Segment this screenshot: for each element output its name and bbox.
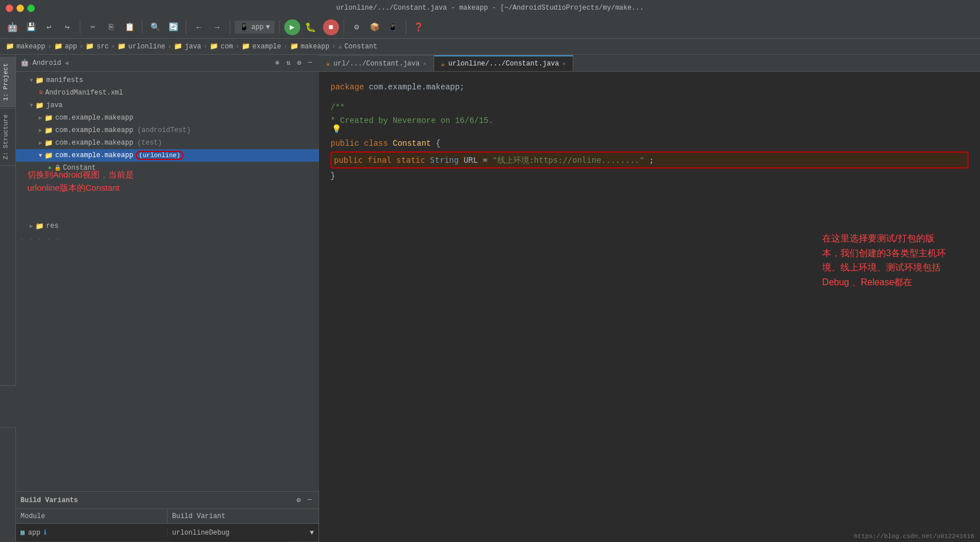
debug-button[interactable]: 🐛: [303, 19, 318, 35]
tab-close-2[interactable]: ✕: [562, 60, 566, 67]
module-icon: 📱: [239, 22, 249, 32]
toolbar-separator-4: [230, 20, 230, 34]
tree-item-manifests[interactable]: ▼ 📁 manifests: [16, 74, 319, 87]
android-panel-icon: 🤖: [21, 59, 29, 67]
tree-item-package-urlonline[interactable]: ▼ 📁 com.example.makeapp (urlonline): [16, 149, 319, 162]
forward-icon: →: [215, 23, 219, 32]
breadcrumb-app[interactable]: app: [65, 43, 77, 51]
breadcrumb-sep-2: ›: [79, 43, 83, 51]
breadcrumb-constant[interactable]: Constant: [345, 43, 378, 51]
toolbar-separator-1: [80, 20, 80, 34]
avd-button[interactable]: 📱: [385, 19, 401, 35]
traffic-lights: [6, 5, 35, 12]
tab-close-1[interactable]: ✕: [423, 60, 426, 67]
replace-icon: 🔄: [169, 22, 178, 32]
folder-icon-res: 📁: [35, 222, 44, 231]
breadcrumb-com[interactable]: com: [220, 43, 233, 51]
back-button[interactable]: ←: [191, 19, 207, 35]
csdn-url: https://blog.csdn.net/u012241616: [854, 533, 974, 540]
paste-button[interactable]: 📋: [121, 19, 137, 35]
cut-button[interactable]: ✂: [85, 19, 101, 35]
info-icon[interactable]: ℹ: [44, 528, 47, 537]
tree-item-package-main[interactable]: ▶ 📁 com.example.makeapp: [16, 112, 319, 124]
sort-button[interactable]: ⇅: [284, 58, 292, 68]
main-area: 1: Project Z: Structure Captures 🤖 Andro…: [0, 55, 980, 542]
bv-close-button[interactable]: —: [305, 495, 314, 506]
drag-indicator: • • • • •: [16, 232, 319, 245]
structure-tab[interactable]: Z: Structure: [0, 108, 15, 166]
bv-header: Build Variants ⚙ —: [16, 492, 318, 509]
breadcrumb-example[interactable]: example: [252, 43, 281, 51]
tree-item-res[interactable]: ▶ 📁 res: [16, 220, 319, 232]
panel-title-text: Android: [32, 59, 61, 67]
help-icon: ❓: [414, 22, 423, 32]
run-button[interactable]: ▶: [284, 19, 300, 35]
stop-button[interactable]: ■: [323, 19, 339, 35]
editor-tabs: ☕ url/.../Constant.java ✕ ☕ urlonline/..…: [319, 55, 980, 72]
find-button[interactable]: 🔍: [147, 19, 163, 35]
breadcrumb-makeapp2[interactable]: makeapp: [301, 43, 329, 51]
sidebar-wrapper: 1: Project Z: Structure Captures 🤖 Andro…: [0, 55, 319, 542]
breadcrumb: 📁 makeapp › 📁 app › 📁 src › 📁 urlonline …: [0, 39, 980, 55]
redo-button[interactable]: ↪: [59, 19, 75, 35]
tree-item-java[interactable]: ▼ 📁 java: [16, 99, 319, 112]
find-icon: 🔍: [150, 22, 160, 32]
tree-item-package-test[interactable]: ▶ 📁 com.example.makeapp (test): [16, 137, 319, 149]
bv-cell-variant[interactable]: urlonlineDebug ▼: [168, 529, 318, 537]
close-button[interactable]: [6, 5, 13, 12]
breadcrumb-sep-4: ›: [168, 43, 172, 51]
sync-button[interactable]: ⊕: [273, 58, 281, 68]
save-icon: 💾: [26, 22, 36, 32]
tree-item-package-androidtest[interactable]: ▶ 📁 com.example.makeapp (androidTest): [16, 124, 319, 137]
tree-label-java: java: [46, 101, 63, 109]
code-line-url: public final static String URL = "线上环境:h…: [330, 151, 969, 169]
panel-nav-left[interactable]: ◀: [64, 59, 68, 67]
forward-button[interactable]: →: [209, 19, 225, 35]
fullscreen-button[interactable]: [27, 5, 35, 12]
copy-button[interactable]: ⎘: [103, 19, 119, 35]
run-icon: ▶: [290, 22, 295, 32]
replace-button[interactable]: 🔄: [165, 19, 181, 35]
bv-table-header: Module Build Variant: [16, 509, 318, 524]
save-button[interactable]: 💾: [23, 19, 39, 35]
toolbar-separator-2: [142, 20, 142, 34]
tab-label-1: url/.../Constant.java: [333, 60, 419, 68]
tab-urlonline-constant[interactable]: ☕ urlonline/.../Constant.java ✕: [434, 55, 574, 71]
expand-icon-androidtest: ▶: [39, 127, 42, 134]
module-name: app: [28, 529, 40, 537]
breadcrumb-makeapp[interactable]: makeapp: [17, 43, 45, 51]
breadcrumb-java[interactable]: java: [185, 43, 201, 51]
tab-url-constant[interactable]: ☕ url/.../Constant.java ✕: [319, 55, 434, 71]
breadcrumb-sep-8: ›: [332, 43, 336, 51]
undo-button[interactable]: ↩: [41, 19, 57, 35]
project-tab[interactable]: 1: Project: [0, 57, 15, 107]
code-line-comment1: /**: [330, 101, 969, 114]
panel-collapse-button[interactable]: —: [306, 58, 315, 68]
back-icon: ←: [197, 23, 201, 32]
tree-label-test: com.example.makeapp (test): [55, 139, 162, 147]
panel-title: 🤖 Android ◀: [21, 59, 68, 67]
android-toolbar-icon: 🤖: [7, 22, 18, 33]
package-icon-androidtest: 📁: [44, 126, 53, 135]
breadcrumb-urlonline[interactable]: urlonline: [128, 43, 165, 51]
panel-actions: ⊕ ⇅ ⚙ —: [273, 58, 315, 68]
tab-java-icon-2: ☕: [441, 60, 445, 68]
help-button[interactable]: ❓: [411, 19, 427, 35]
breadcrumb-src[interactable]: src: [96, 43, 109, 51]
package-icon-urlonline: 📁: [44, 151, 53, 160]
editor-area: ☕ url/.../Constant.java ✕ ☕ urlonline/..…: [319, 55, 980, 542]
bv-table: Module Build Variant ▦ app ℹ: [16, 509, 318, 542]
bv-settings-button[interactable]: ⚙: [295, 495, 303, 506]
minimize-button[interactable]: [17, 5, 24, 12]
folder-icon: 📁: [35, 76, 44, 85]
run-configuration[interactable]: 📱 app ▼: [235, 20, 275, 34]
panel-settings-button[interactable]: ⚙: [295, 58, 304, 68]
settings-button[interactable]: ⚙: [349, 19, 365, 35]
bv-actions: ⚙ —: [295, 495, 314, 506]
code-class-decl: public class Constant {: [330, 137, 440, 150]
package-icon-test: 📁: [44, 139, 53, 147]
toolbar-separator-7: [406, 20, 406, 34]
project-icon-btn[interactable]: 🤖: [5, 19, 21, 35]
tree-item-androidmanifest[interactable]: ≡ AndroidManifest.xml: [16, 87, 319, 99]
sdk-manager-button[interactable]: 📦: [367, 19, 383, 35]
